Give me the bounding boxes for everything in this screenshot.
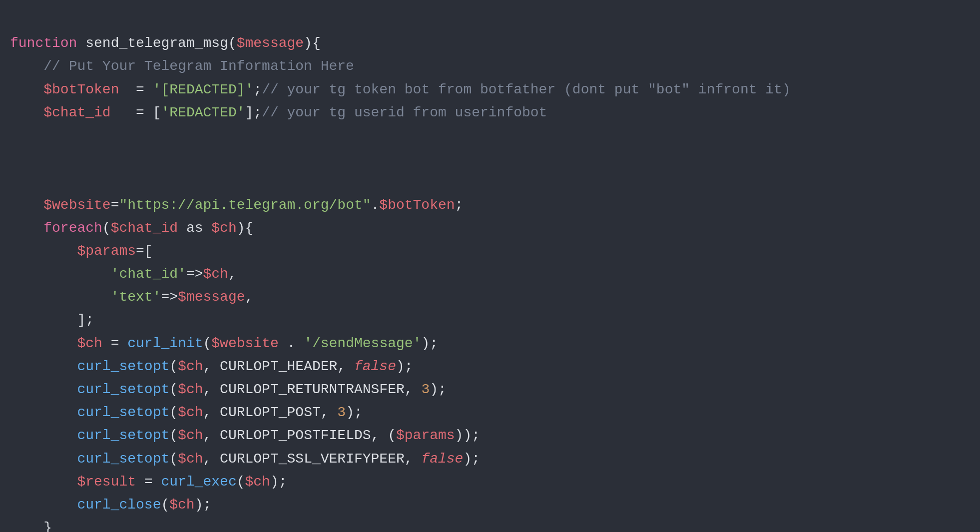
line-8: $website="https://api.telegram.org/bot".… <box>10 197 463 213</box>
line-15: curl_setopt($ch, CURLOPT_HEADER, false); <box>10 359 413 374</box>
line-21: curl_close($ch); <box>10 497 211 513</box>
line-16: curl_setopt($ch, CURLOPT_RETURNTRANSFER,… <box>10 382 447 397</box>
line-18: curl_setopt($ch, CURLOPT_POSTFIELDS, ($p… <box>10 428 480 443</box>
line-9: foreach($chat_id as $ch){ <box>10 220 253 236</box>
code-editor: function send_telegram_msg($message){ //… <box>10 9 965 532</box>
line-1: function send_telegram_msg($message){ <box>10 35 321 51</box>
line-4: $chat_id = ['REDACTED'];// your tg useri… <box>10 105 547 120</box>
line-20: $result = curl_exec($ch); <box>10 474 287 490</box>
line-10: $params=[ <box>10 243 153 259</box>
line-14: $ch = curl_init($website . '/sendMessage… <box>10 336 438 351</box>
line-13: ]; <box>10 312 94 328</box>
line-19: curl_setopt($ch, CURLOPT_SSL_VERIFYPEER,… <box>10 451 480 467</box>
line-2: // Put Your Telegram Information Here <box>10 58 354 74</box>
line-3: $botToken = '[REDACTED]';// your tg toke… <box>10 82 791 97</box>
line-22: } <box>10 520 52 532</box>
line-11: 'chat_id'=>$ch, <box>10 266 237 282</box>
line-17: curl_setopt($ch, CURLOPT_POST, 3); <box>10 405 363 420</box>
line-12: 'text'=>$message, <box>10 289 253 305</box>
